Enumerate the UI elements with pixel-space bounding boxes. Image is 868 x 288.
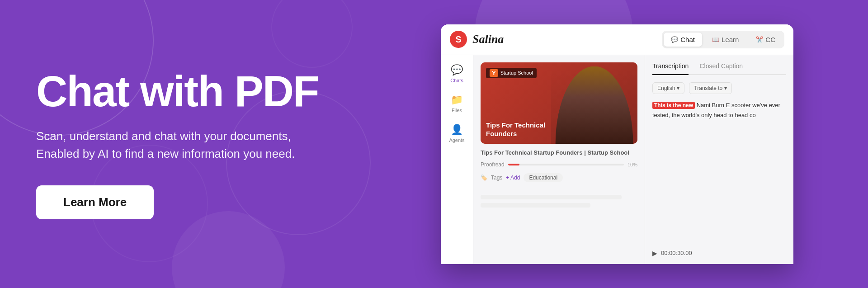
timestamp-row: ▶ 00:00:30.00 [652, 250, 786, 257]
chats-icon: 💬 [451, 64, 463, 76]
app-window: S Salina 💬 Chat 📖 Learn ✂️ CC [441, 24, 793, 264]
tab-transcription[interactable]: Transcription [652, 62, 689, 75]
chevron-down-icon: ▾ [677, 85, 679, 91]
play-icon[interactable]: ▶ [652, 250, 657, 257]
hero-title: Chat with PDF [36, 69, 348, 114]
educational-tag[interactable]: Educational [524, 173, 563, 182]
chat-tab-icon: 💬 [671, 36, 678, 43]
transcript-text: This is the new Nami Burn E scooter we'v… [652, 100, 786, 243]
video-panel: Y Startup School Tips For Technical Foun… [473, 55, 645, 264]
hero-subtitle: Scan, understand and chat with your docu… [36, 127, 344, 163]
transcript-tabs: Transcription Closed Caption [652, 62, 786, 75]
highlight-badge: This is the new [652, 102, 695, 109]
proofread-fill [508, 164, 520, 165]
app-logo: S [450, 31, 467, 48]
learn-more-button[interactable]: Learn More [36, 185, 154, 219]
person-silhouette [551, 66, 637, 144]
skeleton-line-2 [481, 203, 590, 208]
hero-content: Chat with PDF Scan, understand and chat … [0, 42, 384, 247]
lang-controls: English ▾ Translate to ▾ [652, 82, 786, 94]
proofread-row: Proofread 10% [481, 161, 637, 168]
chevron-down-icon-2: ▾ [724, 85, 727, 91]
video-meta: Tips For Technical Startup Founders | St… [481, 149, 637, 156]
proofread-pct: 10% [627, 162, 637, 167]
files-icon: 📁 [451, 94, 463, 106]
learn-tab-icon: 📖 [712, 36, 719, 43]
tag-icon: 🏷️ [481, 175, 487, 181]
proofread-label: Proofread [481, 161, 505, 168]
transcript-panel: Transcription Closed Caption English ▾ [645, 55, 793, 264]
app-preview: S Salina 💬 Chat 📖 Learn ✂️ CC [384, 24, 868, 264]
app-topbar: S Salina 💬 Chat 📖 Learn ✂️ CC [441, 24, 793, 55]
skeleton-line-1 [481, 195, 622, 199]
video-section: Y Startup School Tips For Technical Foun… [473, 55, 793, 264]
skeleton-lines [481, 195, 637, 208]
tab-learn[interactable]: 📖 Learn [705, 33, 746, 47]
tab-chat[interactable]: 💬 Chat [664, 33, 702, 47]
app-body: 💬 Chats 📁 Files 👤 Agents [441, 55, 793, 264]
video-person [551, 66, 637, 144]
add-tag-button[interactable]: + Add [506, 175, 520, 181]
agents-icon: 👤 [451, 124, 463, 136]
translate-select[interactable]: Translate to ▾ [689, 82, 732, 94]
video-title-overlay: Tips For Technical Founders [486, 121, 551, 138]
tags-row: 🏷️ Tags + Add Educational [481, 173, 637, 182]
language-select[interactable]: English ▾ [652, 82, 684, 94]
sidebar-item-chats[interactable]: 💬 Chats [450, 64, 463, 83]
banner: Chat with PDF Scan, understand and chat … [0, 0, 868, 288]
proofread-bar [508, 164, 624, 165]
sidebar-item-agents[interactable]: 👤 Agents [449, 124, 464, 143]
tab-cc[interactable]: ✂️ CC [749, 33, 783, 47]
video-thumbnail[interactable]: Y Startup School Tips For Technical Foun… [481, 62, 637, 144]
video-badge: Y Startup School [486, 68, 537, 78]
app-brand: Salina [472, 33, 504, 46]
app-sidebar: 💬 Chats 📁 Files 👤 Agents [441, 55, 473, 264]
app-tabs: 💬 Chat 📖 Learn ✂️ CC [662, 31, 784, 48]
sidebar-item-files[interactable]: 📁 Files [451, 94, 463, 113]
tab-closed-caption[interactable]: Closed Caption [699, 62, 743, 74]
timestamp-value: 00:00:30.00 [661, 250, 692, 256]
cc-tab-icon: ✂️ [756, 36, 763, 43]
